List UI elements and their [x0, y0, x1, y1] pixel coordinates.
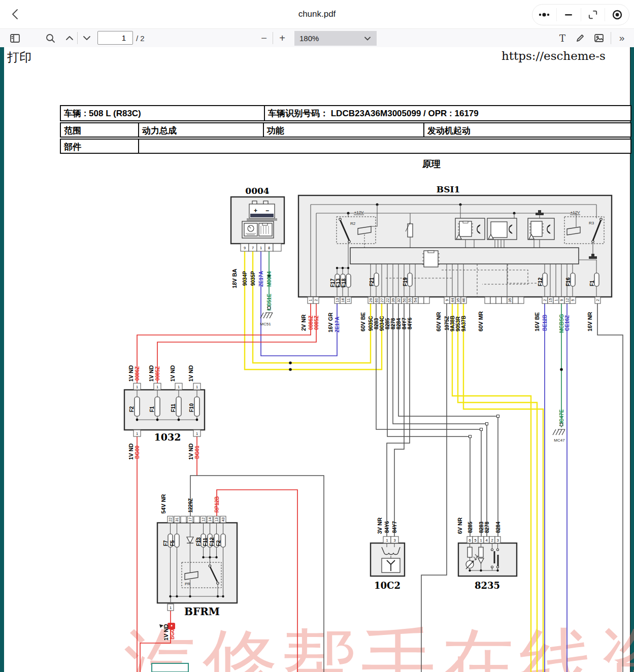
- component-1032: 1 1 1 1 F2 F1 F11 F10 1 1 1032 1V ND 008…: [124, 365, 205, 460]
- ground-icon: [553, 429, 565, 435]
- battery-minus: −: [265, 207, 269, 214]
- fuse-label: F18: [341, 278, 347, 287]
- fuse-label: F12: [538, 277, 543, 286]
- pin-number: 9: [559, 299, 564, 301]
- component-id: 1032: [154, 431, 181, 443]
- fuse-label: F17: [330, 278, 336, 287]
- pin-number: 12: [201, 517, 206, 521]
- battery-plus: +: [254, 207, 257, 214]
- wire-label: MCBSG: [559, 314, 564, 333]
- wire-label: BE12B: [542, 315, 548, 331]
- pin-number: 50: [402, 298, 407, 302]
- pin-number: 54: [413, 298, 418, 302]
- wire-label: 0085Z: [314, 316, 319, 330]
- connector-name: 60V MR: [478, 311, 484, 331]
- pin-number: 55: [408, 298, 412, 302]
- connector-name: 60V BE: [360, 312, 366, 331]
- pin-number: 22: [385, 298, 390, 302]
- pin-number: 1: [178, 385, 180, 389]
- component-id: 0004: [245, 186, 269, 196]
- pin-number: 17: [188, 517, 192, 521]
- pin-number: 2: [595, 299, 600, 301]
- battery-base: [247, 218, 277, 221]
- wire-label: 8285: [468, 521, 473, 533]
- pin-number: 2: [491, 538, 493, 543]
- pin-number: 12: [565, 298, 570, 302]
- pin-number: 1: [136, 431, 138, 436]
- wiring-diagram: 汽修帮手在线资: [0, 0, 634, 672]
- wire-label: BG01: [194, 445, 200, 459]
- wire-label: 84Y7: [402, 317, 407, 329]
- pin-number: 4: [485, 538, 487, 543]
- pin-number: 3: [393, 538, 395, 543]
- fuse-label: F2: [129, 406, 135, 412]
- pin-number: 1: [136, 385, 138, 389]
- fuse-label: F1: [149, 406, 155, 412]
- pin-number: 44: [450, 298, 455, 302]
- wire-label: 8285: [385, 318, 390, 329]
- watermark-text: 汽修帮手在线资: [123, 621, 634, 672]
- pin-number: 43: [221, 517, 225, 521]
- wire-label: 8283: [479, 521, 484, 533]
- pin-number: 1: [554, 299, 558, 301]
- pin-number: 1: [386, 538, 388, 543]
- wire-1075Z: [421, 304, 447, 672]
- connector-name: 6V NR: [457, 518, 463, 534]
- fuse-label: F10: [189, 403, 194, 412]
- wire-label: 9053R: [455, 316, 461, 331]
- pin-number: 22: [168, 517, 173, 521]
- plus12v-label: +12V: [571, 210, 581, 215]
- wire-label: 0085Z: [155, 366, 160, 381]
- wire-label: 1229Z: [188, 498, 193, 513]
- pin-number: 11: [346, 298, 351, 303]
- ground-mc47: MC47E MC47: [553, 409, 565, 443]
- bus-label: 1V ND: [163, 624, 169, 641]
- junction-square: [486, 423, 488, 425]
- pin-number: 2: [543, 299, 547, 301]
- wire-label: 8284: [396, 318, 402, 329]
- fuse-label: F1: [589, 280, 595, 286]
- component-bsi1: BSI1 +12V R2: [298, 184, 612, 297]
- pin-number: 1: [308, 299, 313, 301]
- wire-label: 0086Z: [308, 316, 314, 330]
- component-0004-battery: 0004 + − 9 7 1 8 18V BA 9034P 9035P ZE17…: [231, 186, 284, 288]
- connector-name: 60V NR: [436, 312, 442, 331]
- junction-dot: [560, 368, 563, 371]
- pin-number: 3: [496, 538, 498, 543]
- wire-16vnr-pin2: [597, 304, 623, 672]
- pin-number: 1: [196, 385, 198, 389]
- pin-number: 60: [374, 298, 379, 302]
- bus-label: 1V ND: [148, 365, 154, 382]
- component-id: 10C2: [374, 580, 401, 591]
- pin-number: 1: [480, 538, 482, 543]
- pin-number: 5: [571, 299, 575, 301]
- wire-84Y7: [394, 304, 404, 536]
- pin-number: 13: [214, 517, 219, 521]
- ground-id: MC47: [554, 438, 565, 443]
- battery-band: [250, 214, 274, 217]
- pin-number: 13: [335, 298, 340, 302]
- wire-label: RP12B: [214, 496, 220, 513]
- connector-name: 2V NR: [301, 315, 307, 331]
- fuse-label: F7: [163, 540, 169, 546]
- wire-label: 9034C: [379, 316, 385, 331]
- fuse-label: F19: [403, 277, 408, 286]
- wire-label: 9A38B: [450, 316, 455, 331]
- wire-label: 8278: [484, 521, 490, 533]
- fuse-label: F11: [203, 537, 208, 546]
- pin-number: 35: [456, 298, 460, 302]
- pin-number: 14: [208, 517, 212, 521]
- pin-number: 1: [196, 431, 198, 436]
- fuse-label: F12: [209, 537, 215, 546]
- connector-name: 16V NR: [587, 312, 593, 331]
- fuse-label: F13: [196, 537, 202, 546]
- pin-number: 32: [396, 298, 401, 302]
- junction-square: [497, 415, 499, 418]
- bus-bar: [350, 248, 579, 264]
- wire-label: 84Y7: [392, 521, 397, 533]
- pin-number: 35: [508, 298, 512, 302]
- ground-id: MC51: [260, 322, 271, 326]
- wire-9A38B: [452, 304, 531, 672]
- fuse-label: F16: [565, 277, 571, 286]
- relay-id: R3: [589, 221, 594, 225]
